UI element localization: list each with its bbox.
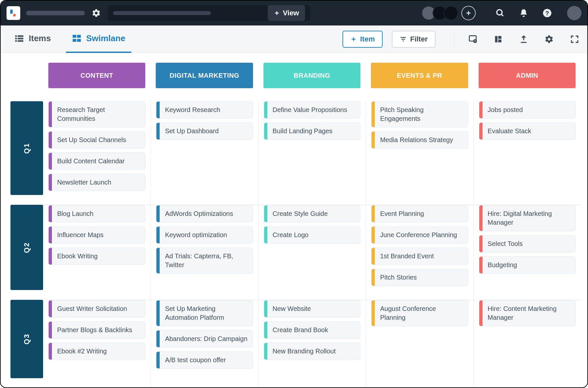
card-title: Ebook #2 Writing [52, 343, 145, 360]
card-stripe [49, 153, 52, 170]
swimlane-card[interactable]: Ebook #2 Writing [48, 343, 145, 360]
card-title: Budgeting [483, 257, 575, 273]
app-logo[interactable] [7, 6, 20, 20]
tab-label: Swimlane [86, 33, 125, 43]
swimlane-card[interactable]: Pitch Stories [371, 269, 468, 286]
swimlane-cell: Hire: Digital Marketing ManagerSelect To… [473, 205, 581, 300]
row-header-q1[interactable]: Q1 [10, 101, 43, 195]
notifications-icon[interactable] [519, 8, 529, 18]
settings-gear-icon[interactable] [91, 8, 102, 19]
view-button[interactable]: View [268, 5, 305, 21]
column-header-branding[interactable]: BRANDING [263, 63, 360, 88]
profile-avatar[interactable] [567, 6, 581, 20]
swimlane-card[interactable]: Media Relations Strategy [371, 131, 468, 149]
svg-rect-17 [77, 35, 81, 38]
row-header-label: Q1 [23, 143, 31, 154]
swimlane-card[interactable]: August Conference Planning [371, 300, 468, 326]
card-stripe [372, 227, 375, 243]
swimlane-card[interactable]: Keyword optimization [156, 226, 253, 244]
card-stripe [479, 300, 483, 326]
swimlane-card[interactable]: Set Up Marketing Automation Platform [156, 300, 253, 326]
card-title: Blog Launch [52, 205, 145, 222]
help-icon[interactable]: ? [542, 8, 552, 18]
swimlane-card[interactable]: New Branding Rollout [264, 343, 360, 360]
swimlane-card[interactable]: Keyword Research [156, 101, 253, 119]
card-title: Evaluate Stack [483, 123, 575, 139]
column-header-digital-marketing[interactable]: DIGITAL MARKETING [156, 63, 253, 88]
swimlane-card[interactable]: June Conference Planning [371, 226, 468, 244]
tab-items[interactable]: Items [8, 25, 57, 53]
card-stripe [49, 248, 52, 265]
fullscreen-icon[interactable] [570, 34, 580, 44]
row-header-q2[interactable]: Q2 [10, 205, 43, 290]
swimlane-card[interactable]: Create Logo [264, 226, 360, 244]
card-stripe [479, 235, 483, 252]
swimlane-card[interactable]: Define Value Propositions [264, 101, 360, 119]
card-stripe [49, 343, 52, 360]
workspace-name-placeholder[interactable] [26, 11, 85, 15]
swimlane-card[interactable]: Abandoners: Drip Campaign [156, 330, 253, 348]
column-header-events-pr[interactable]: EVENTS & PR [371, 63, 468, 88]
top-right-icons: ? [495, 8, 552, 18]
swimlane-card[interactable]: Partner Blogs & Backlinks [48, 321, 145, 339]
swimlane-card[interactable]: Jobs posted [479, 101, 576, 119]
tab-swimlane[interactable]: Swimlane [66, 25, 131, 53]
swimlane-cell: Create Style GuideCreate Logo [258, 205, 366, 300]
swimlane-card[interactable]: Ad Trials: Capterra, FB, Twitter [156, 248, 253, 274]
avatar[interactable] [444, 6, 458, 20]
card-title: Influencer Maps [52, 227, 145, 243]
swimlane-card[interactable]: Create Brand Book [264, 321, 360, 339]
swimlane-card[interactable]: Hire: Digital Marketing Manager [479, 205, 576, 231]
swimlane-card[interactable]: Evaluate Stack [479, 122, 576, 140]
row-header-label: Q2 [23, 242, 31, 253]
card-stripe [156, 123, 160, 139]
svg-rect-13 [18, 38, 24, 39]
svg-rect-10 [15, 35, 17, 37]
card-stripe [156, 352, 160, 368]
global-search[interactable]: View [108, 5, 310, 21]
card-title: Research Target Communities [52, 102, 145, 127]
column-header-content[interactable]: CONTENT [48, 63, 145, 88]
link-view-icon[interactable] [468, 34, 478, 44]
svg-rect-14 [15, 40, 17, 42]
card-stripe [479, 123, 483, 139]
swimlane-card[interactable]: Build Landing Pages [264, 122, 360, 140]
row-header-q3[interactable]: Q3 [10, 300, 43, 378]
search-icon[interactable] [495, 8, 505, 18]
swimlane-card[interactable]: Influencer Maps [48, 226, 145, 244]
card-stripe [264, 102, 267, 118]
swimlane-card[interactable]: Budgeting [479, 256, 576, 274]
swimlane-board: CONTENTDIGITAL MARKETINGBRANDINGEVENTS &… [1, 53, 587, 387]
swimlane-card[interactable]: Ebook Writing [48, 248, 145, 265]
swimlane-card[interactable]: Guest Writer Solicitation [48, 300, 145, 317]
settings-icon[interactable] [544, 34, 554, 44]
card-stripe [372, 248, 375, 265]
swimlane-card[interactable]: Set Up Dashboard [156, 122, 253, 140]
add-item-button[interactable]: Item [342, 31, 383, 48]
column-header-admin[interactable]: ADMIN [479, 63, 576, 88]
swimlane-card[interactable]: Pitch Speaking Engagements [371, 101, 468, 127]
swimlane-card[interactable]: Research Target Communities [48, 101, 145, 127]
swimlane-card[interactable]: Newsletter Launch [48, 174, 145, 191]
card-title: Ebook Writing [52, 248, 145, 265]
filter-button[interactable]: Filter [392, 31, 436, 48]
swimlane-card[interactable]: Create Style Guide [264, 205, 360, 222]
export-icon[interactable] [519, 34, 529, 44]
swimlane-card[interactable]: Build Content Calendar [48, 153, 145, 170]
swimlane-card[interactable]: Select Tools [479, 235, 576, 252]
swimlane-card[interactable]: New Website [264, 300, 360, 317]
add-member-button[interactable] [461, 6, 476, 20]
swimlane-card[interactable]: Set Up Social Channels [48, 131, 145, 149]
layout-icon[interactable] [493, 34, 503, 44]
svg-point-1 [13, 14, 16, 17]
swimlane-card[interactable]: Event Planning [371, 205, 468, 222]
card-title: Media Relations Strategy [375, 132, 468, 148]
swimlane-card[interactable]: Hire: Content Marketing Manager [479, 300, 576, 326]
swimlane-card[interactable]: AdWords Optimizations [156, 205, 253, 222]
swimlane-card[interactable]: A/B test coupon offer [156, 351, 253, 369]
swimlane-card[interactable]: 1st Branded Event [371, 248, 468, 265]
card-title: Build Content Calendar [52, 153, 145, 170]
card-title: Set Up Marketing Automation Platform [160, 300, 252, 326]
swimlane-card[interactable]: Blog Launch [48, 205, 145, 222]
view-button-label: View [283, 9, 299, 17]
